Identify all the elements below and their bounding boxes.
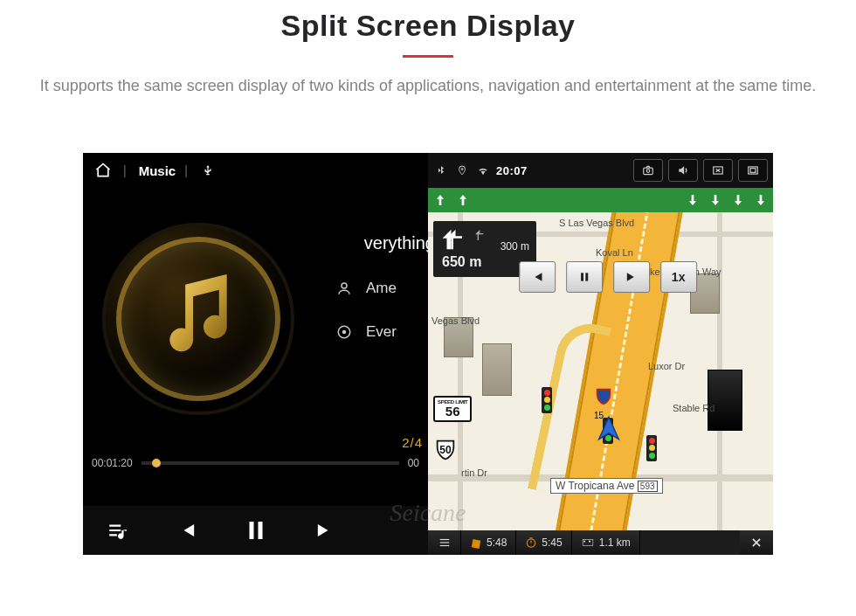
street-label-current: W Tropicana Ave 593 — [550, 478, 663, 494]
turn-next-distance: 300 m — [500, 240, 529, 253]
sim-prev-button[interactable] — [519, 261, 556, 293]
music-status-bar: | Music | — [83, 153, 428, 188]
playlist-button[interactable] — [98, 510, 138, 550]
interstate-shield: 15 — [594, 387, 613, 406]
track-counter: 2/4 — [402, 435, 423, 450]
turn-total-distance: 650 m — [440, 254, 529, 270]
svg-point-16 — [528, 539, 535, 547]
music-pane: | Music | — [83, 153, 428, 555]
svg-point-7 — [646, 170, 650, 173]
current-position-icon — [594, 413, 624, 443]
traffic-light-icon — [542, 387, 552, 413]
time-elapsed: 00:01:20 — [92, 457, 133, 469]
separator: | — [123, 163, 127, 177]
svg-point-5 — [461, 169, 463, 170]
lane-arrow-down-icon — [754, 191, 768, 209]
svg-rect-17 — [583, 540, 593, 546]
svg-point-0 — [342, 283, 347, 288]
prev-button[interactable] — [167, 510, 207, 550]
street-label: Stable Rd — [673, 403, 714, 413]
artist-name: Ame — [366, 280, 397, 297]
location-icon — [454, 163, 470, 178]
split-screen-button[interactable] — [738, 159, 768, 182]
album-art — [102, 223, 294, 415]
track-title: verything — [364, 233, 428, 253]
svg-rect-11 — [581, 273, 583, 280]
lane-arrow-down-icon — [731, 191, 745, 209]
close-app-button[interactable] — [703, 159, 733, 182]
sim-speed-button[interactable]: 1x — [660, 261, 697, 293]
sim-pause-button[interactable] — [566, 261, 603, 293]
remaining-time-cell[interactable]: 5:45 — [516, 530, 571, 555]
album-name: Ever — [366, 323, 397, 341]
navigation-pane: 20:07 — [428, 153, 773, 555]
map-canvas[interactable]: S Las Vegas Blvd Koval Ln Duke Ellington… — [428, 212, 773, 530]
progress-bar[interactable]: 00:01:20 00 — [83, 453, 428, 473]
svg-rect-14 — [439, 542, 449, 543]
pause-button[interactable] — [236, 510, 276, 550]
traffic-light-icon — [646, 435, 657, 461]
lane-arrow-up-icon — [456, 191, 470, 209]
volume-button[interactable] — [668, 159, 698, 182]
sim-controls: 1x — [519, 261, 697, 293]
system-status-bar: 20:07 — [428, 153, 773, 188]
wifi-icon — [475, 163, 491, 178]
artist-row: Ame — [335, 280, 428, 297]
turn-right-icon — [472, 228, 486, 242]
lane-arrow-down-icon — [708, 191, 722, 209]
street-label: S Las Vegas Blvd — [559, 218, 634, 228]
page-title: Split Screen Display — [0, 9, 856, 43]
svg-rect-4 — [258, 522, 262, 539]
svg-rect-15 — [439, 545, 449, 546]
album-icon — [335, 324, 354, 340]
route-shield: 50 — [433, 438, 458, 462]
screenshot-button[interactable] — [633, 159, 663, 182]
seek-track[interactable] — [142, 461, 399, 465]
artist-icon — [335, 280, 354, 296]
lane-guidance-bar — [428, 188, 773, 212]
lane-arrow-up-icon — [433, 191, 447, 209]
svg-rect-12 — [585, 273, 588, 280]
svg-rect-10 — [750, 169, 756, 173]
separator: | — [184, 163, 188, 177]
svg-rect-18 — [583, 541, 585, 543]
album-row: Ever — [335, 323, 428, 341]
nav-close-button[interactable] — [740, 530, 773, 555]
music-app-title: Music — [139, 163, 176, 178]
remaining-time: 5:45 — [542, 536, 562, 549]
next-button[interactable] — [305, 510, 345, 550]
remaining-distance-cell[interactable]: 1.1 km — [572, 530, 640, 555]
bluetooth-icon — [433, 163, 449, 178]
street-label: Luxor Dr — [648, 361, 685, 371]
lane-arrow-down-icon — [686, 191, 700, 209]
page-subtext: It supports the same screen display of t… — [0, 58, 856, 96]
nav-menu-button[interactable] — [428, 530, 461, 555]
street-label: Vegas Blvd — [431, 315, 480, 326]
track-row: · verything — [335, 233, 428, 253]
music-note-icon — [158, 272, 238, 363]
usb-icon[interactable] — [197, 159, 219, 182]
svg-rect-20 — [589, 541, 590, 543]
street-label: E Reno Ave — [771, 396, 773, 446]
svg-point-2 — [343, 331, 346, 334]
svg-rect-6 — [644, 168, 653, 175]
svg-rect-19 — [586, 541, 588, 543]
remaining-distance: 1.1 km — [599, 536, 631, 549]
svg-rect-13 — [439, 539, 449, 540]
split-screen-device: | Music | — [83, 153, 773, 555]
svg-rect-3 — [249, 522, 253, 539]
nav-bottom-bar: 5:48 5:45 1.1 km — [428, 530, 773, 555]
turn-left-icon — [440, 226, 466, 253]
street-label: rtin Dr — [461, 467, 487, 478]
eta-cell[interactable]: 5:48 — [461, 530, 516, 555]
sim-next-button[interactable] — [613, 261, 650, 293]
time-total: 00 — [408, 457, 419, 469]
street-label: Koval Ln — [596, 247, 633, 258]
speed-limit-sign: SPEED LIMIT 56 — [433, 396, 472, 422]
clock: 20:07 — [496, 164, 528, 177]
music-controls: · — [83, 506, 428, 555]
home-icon[interactable] — [92, 159, 114, 182]
eta-time: 5:48 — [487, 536, 507, 549]
